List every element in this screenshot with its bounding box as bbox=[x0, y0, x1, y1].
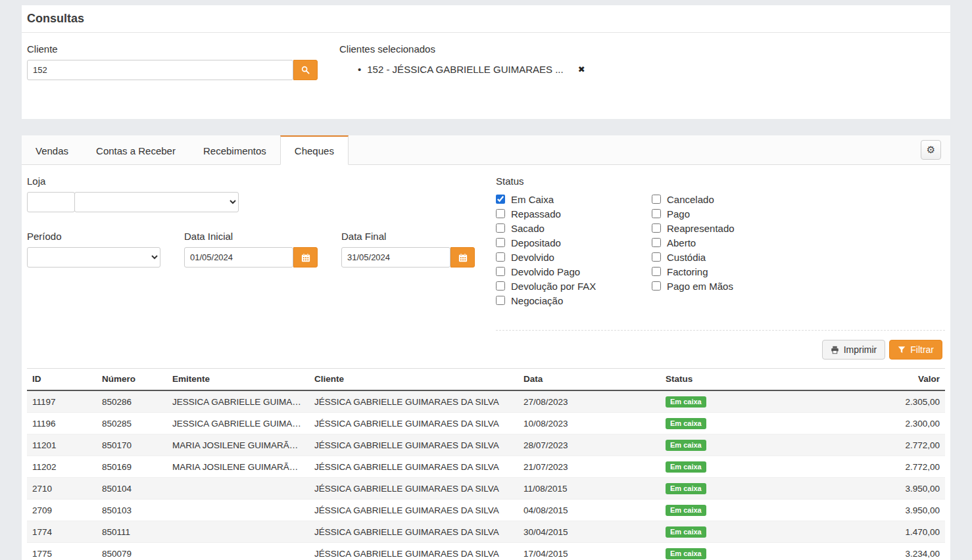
checkbox[interactable] bbox=[496, 267, 505, 276]
status-checkbox-devolvido[interactable]: Devolvido bbox=[496, 250, 652, 264]
tab-contas-a-receber[interactable]: Contas a Receber bbox=[82, 136, 189, 165]
remove-client-icon[interactable]: ✖ bbox=[578, 64, 585, 74]
table-row[interactable]: 11202 850169 MARIA JOSILENE GUIMARÃES SI… bbox=[27, 456, 945, 478]
checkbox[interactable] bbox=[652, 238, 661, 247]
tab-recebimentos[interactable]: Recebimentos bbox=[189, 136, 280, 165]
cell-emitente bbox=[167, 478, 309, 500]
status-checkbox-pago[interactable]: Pago bbox=[652, 206, 808, 221]
checkbox-label: Devolvido bbox=[511, 252, 554, 263]
cell-data: 17/04/2015 bbox=[518, 543, 660, 560]
imprimir-button[interactable]: Imprimir bbox=[822, 340, 886, 360]
cheques-table: ID Número Emitente Cliente Data Status V… bbox=[27, 368, 945, 560]
imprimir-label: Imprimir bbox=[844, 344, 877, 355]
table-row[interactable]: 2709 850103 JÉSSICA GABRIELLE GUIMARAES … bbox=[27, 500, 945, 521]
client-search-button[interactable] bbox=[293, 60, 318, 80]
data-final-calendar-button[interactable] bbox=[450, 247, 475, 268]
status-checkbox-aberto[interactable]: Aberto bbox=[652, 235, 808, 250]
checkbox[interactable] bbox=[496, 252, 505, 262]
cell-emitente bbox=[167, 500, 309, 521]
cell-data: 21/07/2023 bbox=[518, 456, 660, 478]
cell-numero: 850169 bbox=[97, 456, 167, 478]
checkbox[interactable] bbox=[496, 195, 505, 204]
status-badge: Em caixa bbox=[666, 526, 706, 538]
table-row[interactable]: 1775 850079 JÉSSICA GABRIELLE GUIMARAES … bbox=[27, 543, 945, 560]
column-header-numero: Número bbox=[97, 369, 167, 391]
checkbox-label: Repassado bbox=[511, 208, 561, 220]
status-checkbox-factoring[interactable]: Factoring bbox=[652, 264, 808, 279]
loja-select[interactable] bbox=[74, 192, 239, 212]
tab-bar: Vendas Contas a Receber Recebimentos Che… bbox=[22, 135, 950, 165]
status-checkbox-devolvido-pago[interactable]: Devolvido Pago bbox=[496, 264, 652, 279]
tab-vendas[interactable]: Vendas bbox=[22, 136, 82, 165]
cell-cliente: JÉSSICA GABRIELLE GUIMARAES DA SILVA bbox=[309, 543, 518, 560]
status-checkbox-devolucao-por-fax[interactable]: Devolução por FAX bbox=[496, 279, 652, 293]
checkbox-label: Cancelado bbox=[667, 194, 714, 205]
checkbox[interactable] bbox=[496, 296, 505, 305]
status-checkbox-em-caixa[interactable]: Em Caixa bbox=[496, 192, 652, 206]
checkbox[interactable] bbox=[652, 195, 661, 204]
client-search-column: Cliente bbox=[27, 43, 318, 80]
cell-id: 2710 bbox=[27, 478, 97, 500]
status-checkbox-reapresentado[interactable]: Reapresentado bbox=[652, 221, 808, 235]
checkbox-label: Depositado bbox=[511, 237, 561, 248]
cell-cliente: JÉSSICA GABRIELLE GUIMARAES DA SILVA bbox=[309, 413, 518, 434]
status-checkbox-repassado[interactable]: Repassado bbox=[496, 206, 652, 221]
table-row[interactable]: 1774 850111 JÉSSICA GABRIELLE GUIMARAES … bbox=[27, 521, 945, 543]
status-checkbox-sacado[interactable]: Sacado bbox=[496, 221, 652, 235]
periodo-select[interactable] bbox=[27, 247, 160, 268]
cell-data: 11/08/2015 bbox=[518, 478, 660, 500]
cell-id: 1775 bbox=[27, 543, 97, 560]
table-row[interactable]: 11201 850170 MARIA JOSILENE GUIMARÃES SI… bbox=[27, 434, 945, 456]
checkbox[interactable] bbox=[652, 267, 661, 276]
cell-status: Em caixa bbox=[660, 413, 805, 434]
data-final-input[interactable] bbox=[341, 247, 450, 268]
checkbox-label: Sacado bbox=[511, 223, 545, 234]
checkbox[interactable] bbox=[496, 209, 505, 218]
selected-clients-column: Clientes selecionados 152 - JÉSSICA GABR… bbox=[339, 43, 585, 80]
filter-area: Loja Período Data Inicial bbox=[22, 165, 950, 331]
status-column-1: Em Caixa Repassado Sacado Depositado bbox=[496, 192, 652, 308]
table-row[interactable]: 11196 850285 JESSICA GABRIELLE GUIMARAES… bbox=[27, 413, 945, 434]
data-inicial-input[interactable] bbox=[184, 247, 293, 268]
table-header: ID Número Emitente Cliente Data Status V… bbox=[27, 369, 945, 391]
loja-code-input[interactable] bbox=[27, 192, 75, 212]
status-checkbox-pago-em-maos[interactable]: Pago em Mãos bbox=[652, 279, 808, 293]
filtrar-button[interactable]: Filtrar bbox=[889, 340, 942, 360]
checkbox[interactable] bbox=[496, 238, 505, 247]
left-filters: Loja Período Data Inicial bbox=[27, 175, 496, 331]
status-checkbox-depositado[interactable]: Depositado bbox=[496, 235, 652, 250]
checkbox-label: Devolução por FAX bbox=[511, 281, 596, 292]
calendar-icon bbox=[458, 253, 468, 262]
status-checkbox-custodia[interactable]: Custódia bbox=[652, 250, 808, 264]
consultas-panel: Consultas Cliente Clientes selecionados bbox=[22, 5, 950, 119]
cell-id: 11202 bbox=[27, 456, 97, 478]
client-search-input[interactable] bbox=[27, 60, 293, 80]
table-row[interactable]: 2710 850104 JÉSSICA GABRIELLE GUIMARAES … bbox=[27, 478, 945, 500]
status-checkbox-negociacao[interactable]: Negociação bbox=[496, 293, 652, 308]
checkbox[interactable] bbox=[496, 281, 505, 291]
settings-button[interactable]: ⚙ bbox=[921, 140, 941, 160]
checkbox[interactable] bbox=[496, 223, 505, 233]
column-header-emitente: Emitente bbox=[167, 369, 309, 391]
data-inicial-group: Data Inicial bbox=[184, 230, 318, 268]
client-search-section: Cliente Clientes selecionados 152 - JÉSS bbox=[22, 33, 950, 119]
cell-valor: 2.300,00 bbox=[805, 413, 945, 434]
cell-id: 11196 bbox=[27, 413, 97, 434]
checkbox[interactable] bbox=[652, 252, 661, 262]
selected-clients-header: Clientes selecionados bbox=[339, 43, 585, 56]
status-checkbox-cancelado[interactable]: Cancelado bbox=[652, 192, 808, 206]
data-inicial-calendar-button[interactable] bbox=[293, 247, 318, 268]
cell-emitente: MARIA JOSILENE GUIMARÃES SILVA bbox=[167, 456, 309, 478]
results-panel: Vendas Contas a Receber Recebimentos Che… bbox=[22, 135, 950, 560]
checkbox[interactable] bbox=[652, 209, 661, 218]
cell-cliente: JÉSSICA GABRIELLE GUIMARAES DA SILVA bbox=[309, 521, 518, 543]
cell-cliente: JÉSSICA GABRIELLE GUIMARAES DA SILVA bbox=[309, 456, 518, 478]
status-badge: Em caixa bbox=[666, 440, 706, 451]
table-row[interactable]: 11197 850286 JESSICA GABRIELLE GUIMARAES… bbox=[27, 390, 945, 413]
status-column-2: Cancelado Pago Reapresentado Aberto bbox=[652, 192, 808, 308]
checkbox[interactable] bbox=[652, 281, 661, 291]
cell-status: Em caixa bbox=[660, 500, 805, 521]
column-header-valor: Valor bbox=[805, 369, 945, 391]
tab-cheques[interactable]: Cheques bbox=[280, 135, 349, 165]
checkbox[interactable] bbox=[652, 223, 661, 233]
